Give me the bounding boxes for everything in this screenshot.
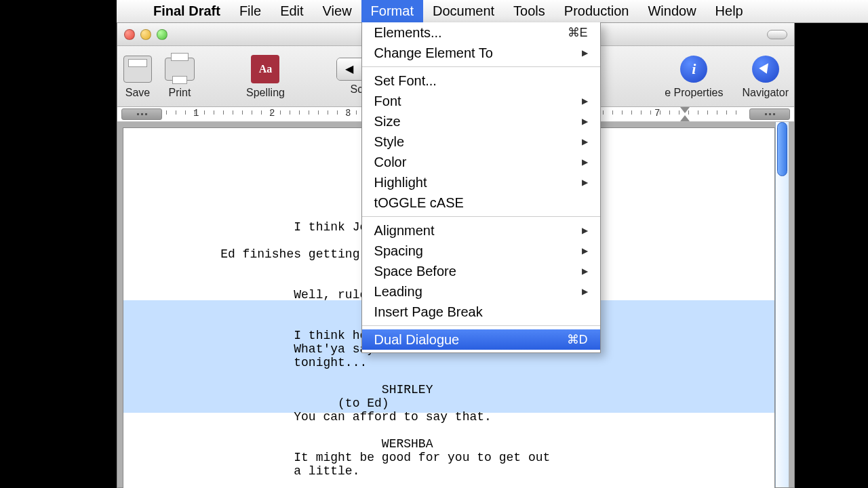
menu-item-set-font[interactable]: Set Font... <box>362 70 600 91</box>
ruler-left-margin[interactable] <box>121 108 162 120</box>
menu-separator <box>362 216 600 217</box>
scene-properties-button[interactable]: i e Properties <box>665 54 723 99</box>
minimize-button[interactable] <box>140 29 151 40</box>
menu-item-dual-dialogue[interactable]: Dual Dialogue⌘D <box>362 329 600 350</box>
navigator-icon <box>752 56 779 83</box>
mac-menubar: Final Draft File Edit View Format Docume… <box>117 0 868 23</box>
script-line: tonight... <box>191 356 774 369</box>
save-button[interactable]: Save <box>123 54 153 99</box>
menu-tools[interactable]: Tools <box>504 0 555 22</box>
navigator-button[interactable]: Navigator <box>743 54 789 99</box>
letterbox-left <box>0 0 117 488</box>
menu-help[interactable]: Help <box>706 0 753 22</box>
menu-item-alignment[interactable]: Alignment <box>362 220 600 241</box>
script-line: WERSHBA <box>191 437 774 451</box>
menu-item-toggle-case[interactable]: tOGGLE cASE <box>362 192 600 213</box>
menu-document[interactable]: Document <box>423 0 504 22</box>
menu-item-highlight[interactable]: Highlight <box>362 172 600 192</box>
menu-item-font[interactable]: Font <box>362 91 600 111</box>
spelling-button[interactable]: Aa Spelling <box>246 54 285 99</box>
close-button[interactable] <box>124 29 135 40</box>
indent-marker[interactable] <box>680 115 690 121</box>
app-menu[interactable]: Final Draft <box>144 0 230 22</box>
menu-item-leading[interactable]: Leading <box>362 281 600 302</box>
script-line: (to Ed) <box>191 396 774 410</box>
traffic-lights <box>124 29 167 40</box>
menu-production[interactable]: Production <box>555 0 639 22</box>
menu-separator <box>362 325 600 326</box>
menu-item-space-before[interactable]: Space Before <box>362 261 600 281</box>
spelling-icon: Aa <box>251 55 279 83</box>
menu-file[interactable]: File <box>230 0 271 22</box>
print-button[interactable]: Print <box>165 54 195 99</box>
menu-view[interactable]: View <box>313 0 361 22</box>
info-icon: i <box>680 56 707 83</box>
scriptnote-prev-button[interactable]: ◀ <box>337 58 363 80</box>
menu-item-style[interactable]: Style <box>362 131 600 152</box>
menu-separator <box>362 66 600 67</box>
ruler-right-margin[interactable] <box>749 108 790 120</box>
menu-item-elements[interactable]: Elements...⌘E <box>362 22 600 43</box>
save-icon <box>123 56 152 83</box>
script-line: You can afford to say that. <box>191 410 774 424</box>
menu-window[interactable]: Window <box>638 0 705 22</box>
format-dropdown: Elements...⌘E Change Element To Set Font… <box>361 22 601 353</box>
print-icon <box>165 58 195 81</box>
menu-item-change-element-to[interactable]: Change Element To <box>362 43 600 63</box>
vertical-scrollbar[interactable] <box>775 122 789 487</box>
menu-format[interactable]: Format <box>361 0 423 22</box>
menu-item-insert-page-break[interactable]: Insert Page Break <box>362 302 600 322</box>
menu-edit[interactable]: Edit <box>271 0 313 22</box>
script-line: a little. <box>191 464 774 478</box>
indent-marker[interactable] <box>680 107 690 113</box>
zoom-button[interactable] <box>157 29 167 40</box>
menu-item-size[interactable]: Size <box>362 111 600 131</box>
menu-item-color[interactable]: Color <box>362 152 600 172</box>
scrollbar-thumb[interactable] <box>777 122 787 176</box>
menu-item-spacing[interactable]: Spacing <box>362 241 600 261</box>
script-line: It might be good for you to get out <box>191 451 774 464</box>
toolbar-toggle-button[interactable] <box>767 30 787 39</box>
script-line: SHIRLEY <box>191 383 774 396</box>
